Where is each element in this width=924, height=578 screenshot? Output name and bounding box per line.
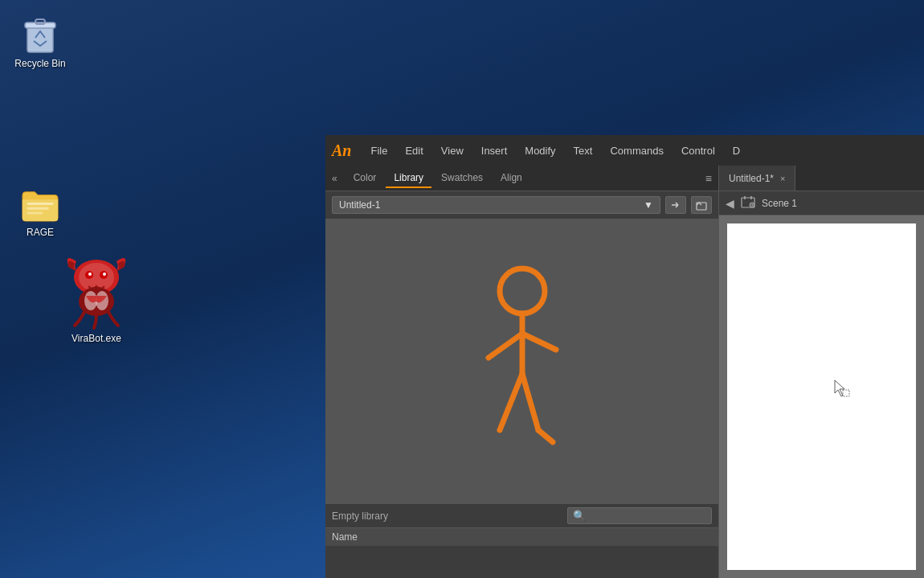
svg-rect-5 (27, 212, 43, 215)
svg-rect-4 (27, 207, 49, 210)
svg-line-21 (522, 374, 538, 430)
collapse-button[interactable]: « (332, 173, 337, 184)
menu-edit[interactable]: Edit (397, 141, 431, 160)
stage-area: Untitled-1* × ◀ Scene 1 (719, 166, 924, 578)
svg-point-16 (500, 269, 545, 314)
menu-commands[interactable]: Commands (602, 141, 671, 160)
name-column-label: Name (332, 531, 358, 543)
svg-line-22 (538, 430, 553, 442)
recycle-bin-icon[interactable]: Recycle Bin (8, 16, 72, 69)
tab-color[interactable]: Color (345, 169, 385, 188)
svg-line-19 (522, 334, 556, 350)
canvas-white (727, 223, 916, 570)
library-panel: « Color Library Swatches Align ≡ Untitle… (325, 166, 719, 578)
search-icon: 🔍 (573, 510, 586, 522)
storage-folder-icon[interactable]: RAGE (8, 185, 72, 238)
doc-tab-title: Untitled-1* (729, 173, 774, 184)
menu-control[interactable]: Control (673, 141, 723, 160)
library-dropdown-arrow: ▼ (644, 199, 653, 211)
tab-swatches[interactable]: Swatches (433, 169, 491, 188)
recycle-bin-image (21, 16, 59, 55)
stick-figure (458, 257, 587, 466)
desktop-icons: Recycle Bin RAGE (0, 0, 161, 578)
library-dropdown-value: Untitled-1 (339, 199, 380, 211)
tab-align[interactable]: Align (493, 169, 530, 188)
scene-bar: ◀ Scene 1 (719, 191, 924, 215)
library-toolbar: Untitled-1 ▼ (325, 191, 718, 219)
doc-tab-close[interactable]: × (780, 174, 785, 183)
svg-line-18 (489, 334, 522, 358)
scene-label: Scene 1 (762, 198, 797, 209)
back-button[interactable]: ◀ (726, 197, 734, 210)
menu-modify[interactable]: Modify (517, 141, 563, 160)
menu-file[interactable]: File (362, 141, 395, 160)
panel-header: « Color Library Swatches Align ≡ (325, 166, 718, 191)
virabot-label: ViraBot.exe (72, 333, 121, 344)
virabot-icon[interactable]: ViraBot.exe (56, 249, 137, 344)
library-preview (325, 219, 718, 503)
search-input[interactable] (589, 510, 706, 522)
menubar: An File Edit View Insert Modify Text Com… (325, 135, 924, 166)
storage-label: RAGE (27, 227, 54, 238)
animate-window: An File Edit View Insert Modify Text Com… (325, 135, 924, 578)
svg-line-20 (500, 374, 522, 430)
virabot-image (60, 249, 133, 330)
svg-point-10 (88, 273, 92, 276)
document-tab[interactable]: Untitled-1* × (719, 166, 795, 191)
main-content: « Color Library Swatches Align ≡ Untitle… (325, 166, 924, 578)
library-dropdown[interactable]: Untitled-1 ▼ (332, 196, 660, 214)
menu-view[interactable]: View (433, 141, 472, 160)
empty-library-text: Empty library (332, 510, 567, 522)
search-box[interactable]: 🔍 (567, 507, 712, 524)
svg-point-11 (103, 273, 106, 276)
scene-icon (741, 195, 755, 211)
menu-text[interactable]: Text (566, 141, 601, 160)
library-add-button[interactable] (665, 196, 686, 214)
svg-rect-2 (35, 19, 45, 24)
svg-rect-3 (27, 203, 54, 205)
canvas-area[interactable] (719, 215, 924, 578)
library-status-bar: Empty library 🔍 (325, 503, 718, 527)
panel-options-button[interactable]: ≡ (705, 172, 712, 185)
menu-debug[interactable]: D (725, 141, 748, 160)
an-logo: An (332, 141, 351, 160)
storage-folder-image (21, 185, 59, 223)
recycle-bin-label: Recycle Bin (14, 58, 65, 69)
library-empty-row (325, 546, 718, 578)
tab-library[interactable]: Library (386, 169, 431, 188)
document-tabs: Untitled-1* × (719, 166, 924, 191)
library-new-folder-button[interactable] (691, 196, 712, 214)
menu-insert[interactable]: Insert (473, 141, 516, 160)
library-name-header: Name (325, 527, 718, 546)
